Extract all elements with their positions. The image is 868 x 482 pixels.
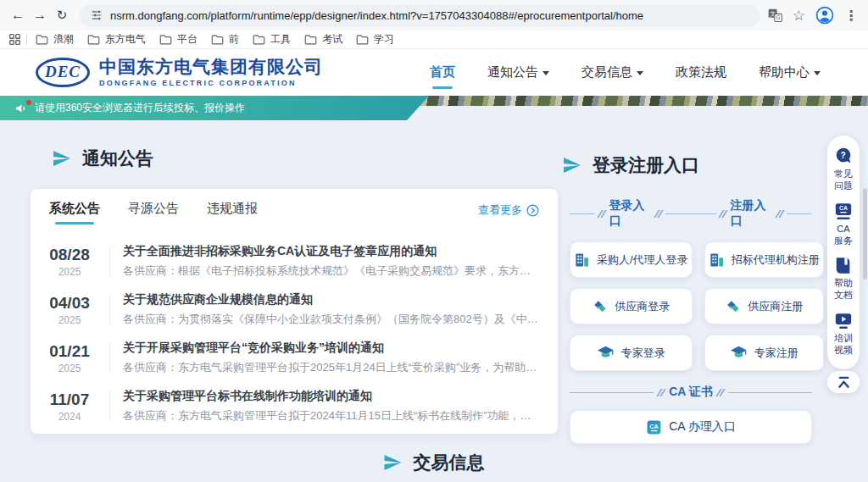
site-header: DEC 中国东方电气集团有限公司 DONGFANG ELECTRIC CORPO… — [0, 49, 868, 96]
question-bubble-icon: ? — [834, 147, 853, 165]
page-scrollbar[interactable] — [863, 188, 867, 280]
tab-violation-reports[interactable]: 违规通报 — [207, 201, 258, 224]
section-arrow-icon — [384, 455, 403, 470]
purchaser-agent-login-button[interactable]: 采购人/代理人登录 — [570, 241, 693, 278]
expert-login-button[interactable]: 专家登录 — [570, 335, 693, 371]
reload-icon[interactable]: ↻ — [51, 4, 73, 26]
browser-toolbar: ← → ↻ nsrm.dongfang.com/platform/runtime… — [0, 0, 868, 30]
nav-policies[interactable]: 政策法规 — [676, 64, 726, 80]
bookmark-star-icon[interactable]: ☆ — [793, 7, 805, 25]
document-book-icon — [834, 257, 853, 274]
shortcut-label: 培训视频 — [834, 332, 853, 357]
bidding-agency-register-button[interactable]: 招标代理机构注册 — [704, 241, 824, 278]
apps-grid-icon[interactable] — [8, 33, 21, 46]
profile-avatar[interactable] — [815, 6, 834, 25]
supplier-login-button[interactable]: 供应商登录 — [570, 288, 693, 324]
notice-list: 08/28 2025 关于全面推进非招标采购业务CA认证及电子签章应用的通知 各… — [31, 237, 558, 430]
shortcut-label: 帮助文档 — [834, 277, 853, 302]
company-name-en: DONGFANG ELECTRIC CORPORATION — [99, 79, 323, 87]
back-icon[interactable]: ← — [7, 4, 29, 26]
folder-icon — [211, 34, 224, 45]
circle-chevron-right-icon — [526, 204, 539, 217]
tab-system-notices[interactable]: 系统公告 — [49, 201, 100, 224]
notice-date: 08/28 2025 — [42, 246, 97, 278]
button-label: 招标代理机构注册 — [732, 252, 820, 268]
notice-date: 01/21 2025 — [42, 342, 97, 374]
bookmark-label: 学习 — [374, 32, 394, 47]
divider — [26, 34, 27, 45]
bookmark-folder[interactable]: 东方电气 — [87, 32, 146, 47]
notice-text: 关于规范供应商企业规模信息的通知 各供应商：为贯彻落实《保障中小企业款项支付条例… — [123, 292, 540, 327]
login-portal: 登录入口 注册入口 采购人/代理人登录 招标代理机构注册 供应商登录 供应商注册… — [570, 198, 812, 444]
register-group-header: 注册入口 — [691, 198, 812, 229]
section-arrow-icon — [563, 158, 581, 173]
nav-label: 帮助中心 — [759, 64, 810, 80]
nav-label: 首页 — [430, 64, 455, 80]
slash-decoration — [718, 389, 723, 396]
folder-icon — [304, 34, 317, 45]
bookmark-folder[interactable]: 浪潮 — [36, 32, 74, 47]
date-md: 04/03 — [42, 294, 97, 313]
bookmark-folder[interactable]: 学习 — [356, 32, 394, 47]
video-play-icon — [834, 312, 853, 330]
company-titles: 中国东方电气集团有限公司 DONGFANG ELECTRIC CORPORATI… — [99, 58, 323, 87]
supplier-register-button[interactable]: 供应商注册 — [704, 288, 824, 324]
building-icon — [574, 252, 590, 268]
notice-text: 关于采购管理平台标书在线制作功能培训的通知 各供应商：东方电气采购管理平台拟于2… — [123, 389, 540, 424]
login-section-header: 登录注册入口 — [563, 153, 699, 177]
group-label: 登录入口 — [609, 198, 651, 229]
svg-text:?: ? — [841, 151, 846, 160]
date-year: 2025 — [42, 314, 97, 326]
handshake-icon — [592, 298, 608, 314]
divider — [109, 342, 110, 374]
section-title: 交易信息 — [414, 451, 485, 474]
notices-card: 系统公告 寻源公告 违规通报 查看更多 08/28 2025 关于全面推进非招标… — [31, 189, 558, 434]
button-label: 供应商注册 — [748, 299, 803, 314]
faq-shortcut[interactable]: ? 常见问题 — [834, 147, 853, 192]
slash-decoration — [656, 210, 661, 218]
collapse-to-top-button[interactable] — [827, 371, 860, 393]
site-settings-icon[interactable] — [91, 9, 103, 21]
nav-label: 交易信息 — [581, 64, 632, 80]
bookmark-folder[interactable]: 前 — [211, 32, 239, 47]
chevron-down-icon — [542, 71, 549, 75]
ca-group-header: CA 证书 — [570, 385, 812, 400]
forward-icon[interactable]: → — [29, 4, 51, 26]
speaker-icon — [14, 102, 27, 114]
nav-trade-info[interactable]: 交易信息 — [581, 64, 643, 80]
bookmark-folder[interactable]: 考试 — [304, 32, 342, 47]
nav-help-center[interactable]: 帮助中心 — [759, 64, 821, 80]
bookmark-label: 前 — [229, 32, 239, 47]
address-bar[interactable]: nsrm.dongfang.com/platform/runtime/epp/d… — [80, 4, 760, 27]
ca-apply-button[interactable]: CA CA 办理入口 — [570, 410, 812, 444]
folder-icon — [253, 34, 265, 45]
notice-row[interactable]: 04/03 2025 关于规范供应商企业规模信息的通知 各供应商：为贯彻落实《保… — [31, 285, 558, 334]
button-label: 专家登录 — [621, 346, 665, 361]
translate-icon[interactable]: 文G — [768, 8, 782, 23]
company-logo[interactable]: DEC 中国东方电气集团有限公司 DONGFANG ELECTRIC CORPO… — [36, 58, 323, 87]
notice-title: 关于开展采购管理平台“竞价采购业务”培训的通知 — [123, 341, 540, 356]
notices-section-header: 通知公告 — [53, 147, 153, 170]
notice-summary: 各供应商：东方电气采购管理平台拟于2024年11月15日上线“标书在线制作”功能… — [123, 408, 540, 424]
nav-notices[interactable]: 通知公告 — [487, 64, 549, 80]
tab-sourcing-notices[interactable]: 寻源公告 — [128, 201, 179, 224]
notice-row[interactable]: 08/28 2025 关于全面推进非招标采购业务CA认证及电子签章应用的通知 各… — [31, 237, 558, 285]
slash-decoration — [659, 389, 664, 396]
view-more-link[interactable]: 查看更多 — [478, 202, 539, 223]
help-docs-shortcut[interactable]: 帮助文档 — [834, 257, 853, 302]
browser-menu-icon[interactable]: ⋮ — [844, 8, 858, 24]
bookmark-folder[interactable]: 工具 — [253, 32, 291, 47]
graduation-cap-icon — [730, 345, 748, 361]
bookmark-folder[interactable]: 平台 — [159, 32, 198, 47]
nav-label: 通知公告 — [487, 64, 538, 80]
folder-icon — [87, 34, 100, 45]
button-label: 供应商登录 — [615, 299, 670, 314]
training-videos-shortcut[interactable]: 培训视频 — [834, 312, 853, 357]
notice-row[interactable]: 01/21 2025 关于开展采购管理平台“竞价采购业务”培训的通知 各供应商：… — [31, 334, 558, 382]
nav-home[interactable]: 首页 — [430, 64, 455, 80]
ca-service-shortcut[interactable]: CA CA服务 — [834, 202, 853, 247]
dec-logo-oval: DEC — [36, 58, 90, 87]
divider — [728, 392, 812, 393]
notice-row[interactable]: 11/07 2024 关于采购管理平台标书在线制作功能培训的通知 各供应商：东方… — [31, 382, 558, 430]
expert-register-button[interactable]: 专家注册 — [704, 335, 824, 371]
